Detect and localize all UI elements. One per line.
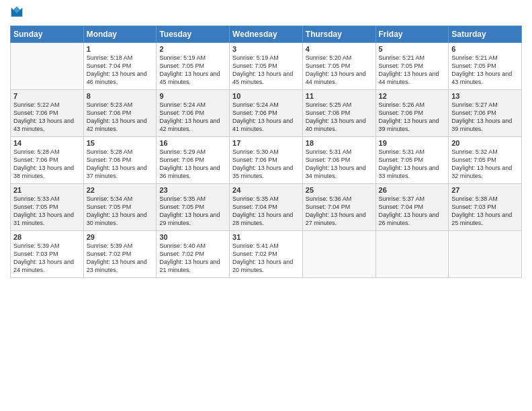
calendar-cell: [375, 231, 449, 278]
day-number: 18: [306, 139, 373, 147]
day-number: 27: [451, 186, 519, 194]
calendar-table: SundayMondayTuesdayWednesdayThursdayFrid…: [10, 26, 522, 278]
day-info: Sunrise: 5:25 AMSunset: 7:06 PMDaylight:…: [306, 101, 373, 134]
calendar-cell: 4Sunrise: 5:20 AMSunset: 7:05 PMDaylight…: [302, 43, 375, 90]
day-info: Sunrise: 5:31 AMSunset: 7:05 PMDaylight:…: [379, 148, 446, 181]
calendar-cell: 22Sunrise: 5:34 AMSunset: 7:05 PMDayligh…: [83, 184, 157, 231]
day-info: Sunrise: 5:18 AMSunset: 7:04 PMDaylight:…: [87, 54, 154, 87]
calendar-cell: 15Sunrise: 5:28 AMSunset: 7:06 PMDayligh…: [83, 137, 157, 184]
day-number: 24: [232, 186, 300, 194]
calendar-cell: 13Sunrise: 5:27 AMSunset: 7:06 PMDayligh…: [449, 90, 522, 137]
day-info: Sunrise: 5:24 AMSunset: 7:06 PMDaylight:…: [232, 101, 300, 134]
calendar-cell: 11Sunrise: 5:25 AMSunset: 7:06 PMDayligh…: [302, 90, 375, 137]
calendar-cell: 8Sunrise: 5:23 AMSunset: 7:06 PMDaylight…: [83, 90, 157, 137]
day-number: 2: [159, 45, 226, 53]
calendar-week-2: 7Sunrise: 5:22 AMSunset: 7:06 PMDaylight…: [11, 90, 522, 137]
day-header-saturday: Saturday: [449, 26, 522, 43]
day-number: 12: [379, 92, 446, 100]
calendar-cell: 7Sunrise: 5:22 AMSunset: 7:06 PMDaylight…: [11, 90, 84, 137]
calendar-cell: 6Sunrise: 5:21 AMSunset: 7:05 PMDaylight…: [449, 43, 522, 90]
calendar-cell: 18Sunrise: 5:31 AMSunset: 7:06 PMDayligh…: [302, 137, 375, 184]
day-number: 25: [306, 186, 373, 194]
day-info: Sunrise: 5:21 AMSunset: 7:05 PMDaylight:…: [379, 54, 446, 87]
calendar-body: 1Sunrise: 5:18 AMSunset: 7:04 PMDaylight…: [11, 43, 522, 278]
day-info: Sunrise: 5:35 AMSunset: 7:05 PMDaylight:…: [159, 195, 226, 228]
calendar-cell: 12Sunrise: 5:26 AMSunset: 7:06 PMDayligh…: [375, 90, 449, 137]
day-number: 28: [13, 233, 81, 241]
logo: [10, 7, 25, 21]
days-header-row: SundayMondayTuesdayWednesdayThursdayFrid…: [11, 26, 522, 43]
day-info: Sunrise: 5:40 AMSunset: 7:02 PMDaylight:…: [159, 242, 226, 275]
day-info: Sunrise: 5:24 AMSunset: 7:06 PMDaylight:…: [159, 101, 226, 134]
calendar-cell: 29Sunrise: 5:39 AMSunset: 7:02 PMDayligh…: [83, 231, 157, 278]
calendar-week-4: 21Sunrise: 5:33 AMSunset: 7:05 PMDayligh…: [11, 184, 522, 231]
day-number: 3: [232, 45, 300, 53]
calendar-cell: 19Sunrise: 5:31 AMSunset: 7:05 PMDayligh…: [375, 137, 449, 184]
calendar-cell: 3Sunrise: 5:19 AMSunset: 7:05 PMDaylight…: [230, 43, 303, 90]
day-header-friday: Friday: [375, 26, 449, 43]
calendar-cell: 20Sunrise: 5:32 AMSunset: 7:05 PMDayligh…: [449, 137, 522, 184]
day-header-thursday: Thursday: [302, 26, 375, 43]
calendar-cell: [302, 231, 375, 278]
day-info: Sunrise: 5:28 AMSunset: 7:06 PMDaylight:…: [87, 148, 154, 181]
logo-icon: [10, 5, 24, 19]
calendar-cell: 23Sunrise: 5:35 AMSunset: 7:05 PMDayligh…: [157, 184, 230, 231]
day-number: 29: [87, 233, 154, 241]
header: [10, 7, 522, 21]
calendar-header: SundayMondayTuesdayWednesdayThursdayFrid…: [11, 26, 522, 43]
day-info: Sunrise: 5:27 AMSunset: 7:06 PMDaylight:…: [451, 101, 519, 134]
calendar-cell: 31Sunrise: 5:41 AMSunset: 7:02 PMDayligh…: [230, 231, 303, 278]
day-number: 1: [87, 45, 154, 53]
day-info: Sunrise: 5:29 AMSunset: 7:06 PMDaylight:…: [159, 148, 226, 181]
day-header-sunday: Sunday: [11, 26, 84, 43]
calendar-week-5: 28Sunrise: 5:39 AMSunset: 7:03 PMDayligh…: [11, 231, 522, 278]
day-info: Sunrise: 5:30 AMSunset: 7:06 PMDaylight:…: [232, 148, 300, 181]
day-number: 9: [159, 92, 226, 100]
day-number: 20: [451, 139, 519, 147]
day-number: 16: [159, 139, 226, 147]
day-number: 31: [232, 233, 300, 241]
day-info: Sunrise: 5:19 AMSunset: 7:05 PMDaylight:…: [232, 54, 300, 87]
day-info: Sunrise: 5:26 AMSunset: 7:06 PMDaylight:…: [379, 101, 446, 134]
day-info: Sunrise: 5:39 AMSunset: 7:02 PMDaylight:…: [87, 242, 154, 275]
day-info: Sunrise: 5:41 AMSunset: 7:02 PMDaylight:…: [232, 242, 300, 275]
day-number: 11: [306, 92, 373, 100]
day-header-tuesday: Tuesday: [157, 26, 230, 43]
calendar-cell: 24Sunrise: 5:35 AMSunset: 7:04 PMDayligh…: [230, 184, 303, 231]
calendar-cell: 17Sunrise: 5:30 AMSunset: 7:06 PMDayligh…: [230, 137, 303, 184]
day-number: 8: [87, 92, 154, 100]
calendar-week-3: 14Sunrise: 5:28 AMSunset: 7:06 PMDayligh…: [11, 137, 522, 184]
calendar-cell: 14Sunrise: 5:28 AMSunset: 7:06 PMDayligh…: [11, 137, 84, 184]
day-number: 4: [306, 45, 373, 53]
day-number: 6: [451, 45, 519, 53]
day-number: 13: [451, 92, 519, 100]
day-info: Sunrise: 5:20 AMSunset: 7:05 PMDaylight:…: [306, 54, 373, 87]
day-number: 19: [379, 139, 446, 147]
day-number: 15: [87, 139, 154, 147]
day-info: Sunrise: 5:28 AMSunset: 7:06 PMDaylight:…: [13, 148, 81, 181]
day-number: 10: [232, 92, 300, 100]
day-number: 5: [379, 45, 446, 53]
day-number: 14: [13, 139, 81, 147]
day-number: 22: [87, 186, 154, 194]
calendar-cell: 10Sunrise: 5:24 AMSunset: 7:06 PMDayligh…: [230, 90, 303, 137]
calendar-cell: 26Sunrise: 5:37 AMSunset: 7:04 PMDayligh…: [375, 184, 449, 231]
calendar-cell: 9Sunrise: 5:24 AMSunset: 7:06 PMDaylight…: [157, 90, 230, 137]
day-info: Sunrise: 5:22 AMSunset: 7:06 PMDaylight:…: [13, 101, 81, 134]
calendar-cell: [11, 43, 84, 90]
calendar-page: SundayMondayTuesdayWednesdayThursdayFrid…: [0, 0, 532, 285]
day-info: Sunrise: 5:36 AMSunset: 7:04 PMDaylight:…: [306, 195, 373, 228]
calendar-cell: 5Sunrise: 5:21 AMSunset: 7:05 PMDaylight…: [375, 43, 449, 90]
calendar-cell: 25Sunrise: 5:36 AMSunset: 7:04 PMDayligh…: [302, 184, 375, 231]
day-number: 30: [159, 233, 226, 241]
calendar-cell: 1Sunrise: 5:18 AMSunset: 7:04 PMDaylight…: [83, 43, 157, 90]
day-number: 7: [13, 92, 81, 100]
day-info: Sunrise: 5:37 AMSunset: 7:04 PMDaylight:…: [379, 195, 446, 228]
day-info: Sunrise: 5:39 AMSunset: 7:03 PMDaylight:…: [13, 242, 81, 275]
day-info: Sunrise: 5:19 AMSunset: 7:05 PMDaylight:…: [159, 54, 226, 87]
day-number: 23: [159, 186, 226, 194]
day-header-wednesday: Wednesday: [230, 26, 303, 43]
day-info: Sunrise: 5:23 AMSunset: 7:06 PMDaylight:…: [87, 101, 154, 134]
calendar-cell: 27Sunrise: 5:38 AMSunset: 7:03 PMDayligh…: [449, 184, 522, 231]
calendar-cell: 21Sunrise: 5:33 AMSunset: 7:05 PMDayligh…: [11, 184, 84, 231]
